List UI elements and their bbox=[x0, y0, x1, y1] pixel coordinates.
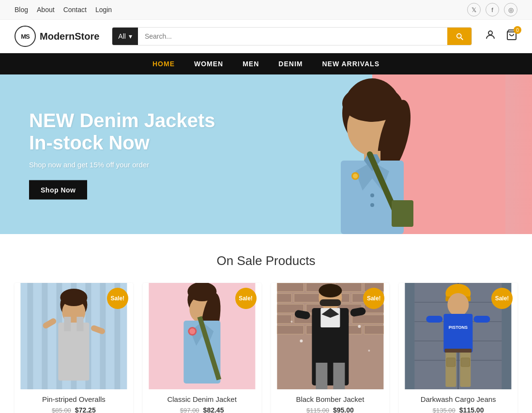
svg-rect-76 bbox=[333, 363, 345, 389]
nav-men[interactable]: MEN bbox=[243, 60, 259, 68]
product-prices-1: $85.00 $72.25 bbox=[19, 406, 128, 413]
svg-rect-31 bbox=[64, 317, 71, 331]
social-icons: 𝕏 f ◎ bbox=[467, 3, 517, 16]
svg-rect-75 bbox=[316, 363, 327, 389]
product-info-2: Classic Denim Jacket $97.00 $82.45 bbox=[143, 389, 261, 413]
hero-banner: NEW Denim Jackets In-stock Now Shop now … bbox=[0, 74, 532, 234]
svg-point-78 bbox=[358, 325, 361, 328]
search-icon bbox=[455, 32, 464, 41]
section-title: On Sale Products bbox=[15, 253, 517, 268]
search-category-dropdown[interactable]: All ▾ bbox=[112, 28, 138, 45]
original-price-2: $97.00 bbox=[180, 407, 199, 413]
product-info-3: Black Bomber Jacket $115.00 $95.00 bbox=[271, 389, 390, 413]
svg-rect-62 bbox=[352, 315, 383, 324]
svg-rect-47 bbox=[277, 283, 304, 292]
sale-price-2: $82.45 bbox=[203, 406, 224, 413]
hero-title: NEW Denim Jackets In-stock Now bbox=[29, 109, 232, 154]
original-price-1: $85.00 bbox=[52, 407, 71, 413]
svg-rect-91 bbox=[444, 314, 473, 353]
svg-point-29 bbox=[60, 289, 87, 306]
about-link[interactable]: About bbox=[37, 6, 55, 14]
svg-point-77 bbox=[300, 339, 303, 342]
nav-new-arrivals[interactable]: NEW ARRIVALS bbox=[322, 60, 380, 68]
svg-rect-99 bbox=[445, 349, 472, 353]
product-name-2: Classic Denim Jacket bbox=[148, 395, 257, 403]
product-card-3[interactable]: Sale! Black Bomber Jacket $115.00 $95.00 bbox=[271, 283, 390, 413]
svg-rect-69 bbox=[319, 299, 341, 306]
product-image-1: Sale! bbox=[15, 283, 133, 389]
product-prices-3: $115.00 $95.00 bbox=[276, 406, 385, 413]
product-info-1: Pin-striped Overalls $85.00 $72.25 bbox=[15, 389, 133, 413]
product-card-2[interactable]: Sale! Classic Denim Jacket $97.00 $82.45 bbox=[143, 283, 261, 413]
svg-point-44 bbox=[189, 328, 195, 334]
products-section: On Sale Products bbox=[0, 234, 532, 413]
svg-point-90 bbox=[448, 293, 469, 316]
instagram-icon[interactable]: ◎ bbox=[504, 3, 517, 16]
nav-home[interactable]: HOME bbox=[152, 60, 175, 68]
svg-rect-95 bbox=[446, 351, 456, 387]
cart-badge: 0 bbox=[514, 26, 521, 34]
original-price-3: $115.00 bbox=[306, 407, 329, 413]
hero-illustration bbox=[239, 74, 505, 234]
logo-circle: MS bbox=[15, 26, 36, 47]
svg-rect-59 bbox=[277, 315, 291, 324]
sale-badge-2: Sale! bbox=[235, 288, 257, 309]
top-bar-links: Blog About Contact Login bbox=[15, 6, 112, 14]
nav-women[interactable]: WOMEN bbox=[194, 60, 223, 68]
svg-rect-93 bbox=[426, 316, 443, 323]
svg-rect-63 bbox=[277, 325, 304, 334]
sale-badge-4: Sale! bbox=[491, 288, 513, 309]
svg-point-68 bbox=[319, 284, 342, 297]
product-image-3: Sale! bbox=[271, 283, 390, 389]
svg-point-79 bbox=[290, 321, 292, 323]
nav-denim[interactable]: DENIM bbox=[278, 60, 303, 68]
product-image-4: PISTONS Sale! bbox=[399, 283, 517, 389]
search-bar: All ▾ bbox=[112, 27, 472, 45]
svg-rect-30 bbox=[58, 323, 89, 381]
main-nav: HOME WOMEN MEN DENIM NEW ARRIVALS bbox=[0, 53, 532, 74]
sale-price-1: $72.25 bbox=[75, 406, 96, 413]
sale-price-3: $95.00 bbox=[333, 406, 354, 413]
blog-link[interactable]: Blog bbox=[15, 6, 28, 14]
facebook-icon[interactable]: f bbox=[486, 3, 499, 16]
search-button[interactable] bbox=[447, 28, 471, 45]
cart-icon[interactable]: 0 bbox=[506, 29, 517, 44]
svg-rect-98 bbox=[461, 358, 470, 367]
logo[interactable]: MS ModernStore bbox=[15, 26, 99, 47]
sale-price-4: $115.00 bbox=[459, 406, 484, 413]
svg-rect-51 bbox=[277, 294, 291, 302]
account-icon[interactable] bbox=[485, 29, 496, 44]
product-name-3: Black Bomber Jacket bbox=[276, 395, 385, 403]
header: MS ModernStore All ▾ 0 bbox=[0, 20, 532, 53]
shop-now-button[interactable]: Shop Now bbox=[29, 180, 87, 200]
svg-point-0 bbox=[488, 31, 492, 35]
hero-image bbox=[213, 74, 532, 234]
product-prices-4: $135.00 $115.00 bbox=[404, 406, 513, 413]
logo-name: ModernStore bbox=[40, 31, 99, 42]
product-name-4: Darkwash Cargo Jeans bbox=[404, 395, 513, 403]
svg-rect-66 bbox=[364, 325, 383, 334]
person-icon bbox=[485, 29, 496, 41]
svg-rect-52 bbox=[294, 294, 320, 302]
hero-content: NEW Denim Jackets In-stock Now Shop now … bbox=[29, 109, 232, 200]
product-card-4[interactable]: PISTONS Sale! Darkwash Cargo Jeans bbox=[399, 283, 517, 413]
login-link[interactable]: Login bbox=[95, 6, 112, 14]
contact-link[interactable]: Contact bbox=[63, 6, 87, 14]
twitter-icon[interactable]: 𝕏 bbox=[467, 3, 481, 16]
product-info-4: Darkwash Cargo Jeans $135.00 $115.00 bbox=[399, 389, 517, 413]
svg-rect-32 bbox=[76, 317, 83, 331]
chevron-down-icon: ▾ bbox=[129, 32, 132, 40]
product-card-1[interactable]: Sale! Pin-striped Overalls $85.00 $72.25 bbox=[15, 283, 133, 413]
sale-badge-3: Sale! bbox=[363, 288, 384, 309]
svg-text:PISTONS: PISTONS bbox=[449, 325, 468, 330]
hero-subtitle: Shop now and get 15% off your order bbox=[29, 161, 232, 169]
svg-rect-97 bbox=[447, 358, 456, 367]
products-grid: Sale! Pin-striped Overalls $85.00 $72.25 bbox=[15, 283, 517, 413]
svg-point-80 bbox=[368, 350, 370, 352]
product-image-2: Sale! bbox=[143, 283, 261, 389]
svg-rect-96 bbox=[460, 351, 471, 387]
svg-point-13 bbox=[370, 193, 374, 197]
product-name-1: Pin-striped Overalls bbox=[19, 395, 128, 403]
search-input[interactable] bbox=[138, 28, 447, 45]
sale-badge-1: Sale! bbox=[107, 288, 128, 309]
